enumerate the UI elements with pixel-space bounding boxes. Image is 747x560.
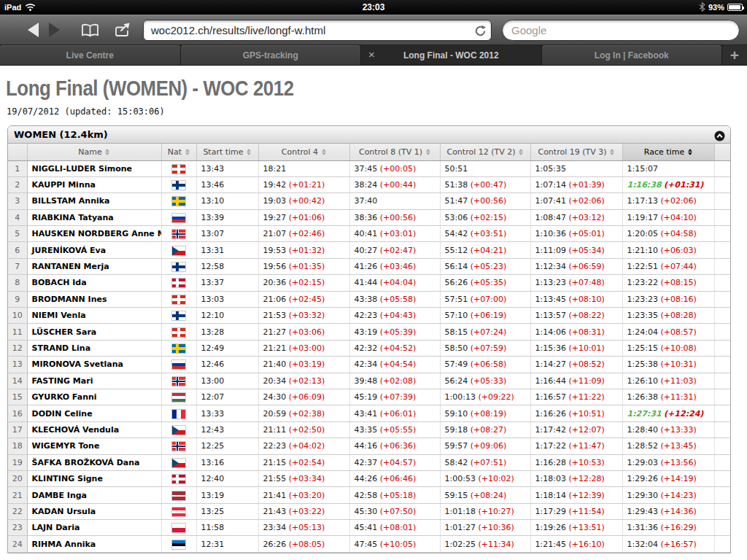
race-time-cell: 1:17:13 (+02:06) [622, 193, 714, 209]
control4-cell: 21:27 (+03:06) [258, 324, 349, 340]
control19-cell: 1:16:26 (+10:51) [530, 405, 622, 421]
runner-name: WIGEMYR Tone [27, 438, 161, 454]
control12-cell: 57:10 (+06:19) [440, 308, 530, 324]
control8-cell: 45:19 (+07:39) [349, 389, 440, 405]
result-row: 3 BILLSTAM Annika 13:10 19:03 (+00:42) 3… [8, 193, 731, 209]
result-row: 1 NIGGLI-LUDER Simone 13:43 18:21 37:45 … [8, 160, 731, 176]
start-time-cell: 13:33 [196, 405, 258, 421]
col-name[interactable]: Name [27, 144, 161, 160]
collapse-icon[interactable] [714, 130, 725, 141]
control19-cell: 1:08:47 (+03:12) [530, 209, 622, 225]
rank-cell: 13 [8, 357, 27, 373]
result-row: 6 JURENÍKOVÁ Eva 13:31 19:53 (+01:32) 40… [8, 242, 731, 258]
spacer-cell [714, 487, 731, 503]
battery-percent: 93% [708, 3, 724, 12]
runner-name: BRODMANN Ines [27, 291, 161, 307]
browser-tab[interactable]: × Live Centre [0, 45, 181, 65]
result-row: 4 RIABKINA Tatyana 13:39 19:27 (+01:06) … [8, 209, 731, 225]
spacer-cell [714, 209, 731, 225]
back-button[interactable] [28, 23, 39, 37]
reload-icon[interactable] [474, 25, 487, 39]
runner-name: DODIN Celine [27, 405, 161, 421]
control12-cell: 57:49 (+06:58) [440, 357, 530, 373]
control19-cell: 1:14:06 (+08:31) [530, 324, 622, 340]
start-time-cell: 12:49 [196, 340, 258, 356]
start-time-cell: 12:31 [196, 536, 258, 552]
race-time-cell: 1:22:51 (+07:44) [622, 258, 714, 274]
country-flag-icon [172, 279, 185, 287]
web-page: Long Final (WOMEN) - WOC 2012 19/07/2012… [0, 66, 747, 560]
control12-cell: 58:50 (+07:59) [440, 340, 530, 356]
col-control8[interactable]: Control 8 (TV 1) [349, 144, 440, 160]
col-control4[interactable]: Control 4 [258, 144, 349, 160]
start-time-cell: 12:07 [196, 389, 258, 405]
country-flag-icon [172, 442, 185, 451]
result-row: 13 MIRONOVA Svetlana 12:46 21:40 (+03:19… [8, 357, 731, 373]
rank-cell: 24 [8, 536, 27, 552]
rank-cell: 18 [8, 438, 27, 454]
race-time-cell: 1:25:38 (+10:31) [622, 357, 714, 373]
sort-icon [687, 148, 692, 156]
control12-cell: 59:10 (+08:19) [440, 405, 530, 421]
browser-tab[interactable]: × GPS-tracking [181, 45, 362, 65]
spacer-cell [714, 176, 731, 192]
spacer-cell [714, 389, 731, 405]
section-header: WOMEN (12.4km) [8, 126, 730, 144]
control19-cell: 1:13:45 (+08:10) [530, 291, 622, 307]
tab-close-icon[interactable]: × [368, 48, 375, 61]
share-button[interactable] [111, 23, 133, 37]
col-race-time[interactable]: Race time [622, 144, 714, 160]
spacer-cell [714, 324, 731, 340]
col-nat[interactable]: Nat [161, 144, 196, 160]
rank-cell: 16 [8, 405, 27, 421]
rank-cell: 1 [8, 160, 27, 176]
rank-cell: 5 [8, 226, 27, 242]
result-row: 7 RANTANEN Merja 12:58 19:56 (+01:35) 41… [8, 258, 731, 274]
browser-tab[interactable]: × Long Final - WOC 2012 [361, 45, 542, 65]
result-row: 22 KADAN Ursula 13:25 21:43 (+03:22) 45:… [8, 503, 731, 519]
sort-icon [321, 148, 326, 156]
country-flag-icon [172, 540, 185, 549]
start-time-cell: 12:10 [196, 308, 258, 324]
country-flag-icon [172, 262, 185, 271]
runner-name: MIRONOVA Svetlana [27, 357, 161, 373]
start-time-cell: 13:16 [196, 454, 258, 470]
forward-button[interactable] [49, 23, 60, 37]
control4-cell: 20:59 (+02:38) [258, 405, 349, 421]
country-flag-icon [172, 246, 185, 255]
url-address-bar[interactable]: woc2012.ch/results/live/longf-w.html [143, 20, 492, 41]
race-time-cell: 1:26:10 (+11:03) [622, 373, 714, 389]
control19-cell: 1:05:35 [530, 160, 622, 176]
spacer-cell [714, 536, 731, 552]
tab-label: Live Centre [66, 50, 114, 61]
start-time-cell: 13:03 [196, 291, 258, 307]
runner-name: RIABKINA Tatyana [27, 209, 161, 225]
control8-cell: 47:45 (+10:05) [349, 536, 440, 552]
start-time-cell: 12:25 [196, 438, 258, 454]
browser-tab[interactable]: × Log In | Facebook [542, 45, 723, 65]
result-row: 20 KLINTING Signe 12:40 21:55 (+03:34) 4… [8, 470, 731, 486]
col-rank [8, 144, 27, 160]
spacer-cell [714, 470, 731, 486]
bookmarks-button[interactable] [79, 23, 101, 37]
spacer-cell [714, 291, 731, 307]
control4-cell: 21:55 (+03:34) [258, 470, 349, 486]
race-time-cell: 1:16:38 (+01:31) [622, 176, 714, 192]
search-input[interactable]: Google [502, 20, 740, 41]
control4-cell: 21:40 (+03:19) [258, 357, 349, 373]
start-time-cell: 13:25 [196, 503, 258, 519]
nat-cell [161, 226, 196, 242]
control8-cell: 42:37 (+04:57) [349, 454, 440, 470]
control8-cell: 42:58 (+05:18) [349, 487, 440, 503]
col-control12[interactable]: Control 12 (TV 2) [440, 144, 530, 160]
control8-cell: 44:26 (+06:46) [349, 470, 440, 486]
rank-cell: 11 [8, 324, 27, 340]
control12-cell: 57:51 (+07:00) [440, 291, 530, 307]
rank-cell: 3 [8, 193, 27, 209]
col-start-time[interactable]: Start time [196, 144, 258, 160]
control12-cell: 56:26 (+05:35) [440, 275, 530, 291]
col-control19[interactable]: Control 19 (TV 3) [530, 144, 622, 160]
spacer-cell [714, 357, 731, 373]
tab-bar: × Live Centre × GPS-tracking × Long Fina… [0, 45, 747, 66]
new-tab-button[interactable]: + [722, 45, 747, 65]
